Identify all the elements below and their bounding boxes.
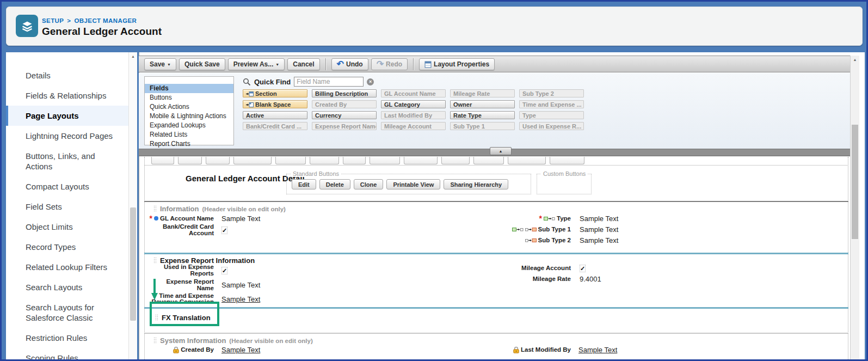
field-row-gl-account-name[interactable]: * GL Account Name Sample Text [147, 214, 260, 223]
palette-chip-sub-type-1[interactable]: Sub Type 1 [450, 122, 515, 130]
partial-button[interactable] [473, 157, 504, 164]
sidebar-item-restriction-rules[interactable]: Restriction Rules [6, 328, 128, 348]
sidebar-item-object-limits[interactable]: Object Limits [6, 217, 128, 237]
annotation-arrow-icon [151, 279, 158, 301]
splitter-collapse-button[interactable]: ▲ [490, 147, 512, 155]
scroll-up-icon[interactable]: ▲ [851, 56, 859, 64]
palette-chip-bank-credit-card[interactable]: Bank/Credit Card ... [243, 122, 307, 130]
palette-chip-gl-account-name[interactable]: GL Account Name [381, 89, 446, 97]
field-row-last-modified-by[interactable]: Last Modified By Sample Text [507, 345, 617, 354]
palette-chip-gl-category[interactable]: GL Category [381, 100, 446, 108]
preview-as-button[interactable]: Preview As... ▼ [228, 58, 285, 70]
delete-button[interactable]: Delete [319, 179, 350, 189]
palette-chip-owner[interactable]: Owner [450, 100, 515, 108]
field-row-used-in-expense-reports[interactable]: Used in Expense Reports ✓ [147, 264, 260, 277]
partial-button[interactable] [343, 157, 366, 164]
palette-chip-section[interactable]: Section [243, 89, 307, 97]
palette-category-quick-actions[interactable]: Quick Actions [145, 102, 233, 112]
breadcrumb-object-manager-link[interactable]: OBJECT MANAGER [74, 17, 137, 24]
palette-chip-active[interactable]: Active [243, 111, 307, 119]
partial-button[interactable] [233, 157, 272, 164]
field-row-created-by[interactable]: Created By Sample Text [147, 345, 260, 354]
chip-label: Time and Expense ... [522, 101, 582, 108]
quick-save-button[interactable]: Quick Save [179, 58, 225, 70]
edit-button[interactable]: Edit [292, 179, 316, 189]
sidebar-item-compact-layouts[interactable]: Compact Layouts [6, 176, 128, 197]
sidebar-item-lightning-record-pages[interactable]: Lightning Record Pages [6, 126, 128, 146]
field-row-sub-type-1[interactable]: Sub Type 1 Sample Text [507, 225, 618, 234]
main-scrollbar[interactable]: ▲ [850, 56, 859, 359]
breadcrumb-setup-link[interactable]: SETUP [42, 17, 64, 24]
sidebar-item-details[interactable]: Details [6, 65, 128, 85]
quick-find-input[interactable] [294, 77, 364, 87]
information-right-column: * Type Sample Text [507, 214, 618, 247]
partial-button[interactable] [151, 157, 174, 164]
palette-chip-mileage-account[interactable]: Mileage Account [381, 122, 446, 130]
sidebar-item-buttons-links-actions[interactable]: Buttons, Links, and Actions [6, 146, 128, 176]
partial-button[interactable] [508, 157, 546, 164]
partial-button[interactable] [441, 157, 470, 164]
partial-button[interactable] [275, 157, 306, 164]
checkbox-sample: ✓ [221, 227, 227, 234]
dependent-picklist-icon [525, 238, 537, 243]
palette-category-report-charts[interactable]: Report Charts [145, 139, 233, 149]
field-row-type[interactable]: * Type Sample Text [507, 214, 618, 223]
save-button[interactable]: Save ▼ [144, 58, 176, 70]
undo-button[interactable]: ↶ Undo [331, 58, 368, 70]
printable-view-button[interactable]: Printable View [386, 179, 440, 189]
partial-button[interactable] [310, 157, 339, 164]
palette-chip-rate-type[interactable]: Rate Type [450, 111, 515, 119]
information-section-header[interactable]: Information (Header visible on edit only… [153, 205, 286, 213]
palette-chip-currency[interactable]: Currency [312, 111, 377, 119]
system-section-header[interactable]: System Information (Header visible on ed… [153, 336, 313, 345]
palette-chip-last-modified-by[interactable]: Last Modified By [381, 111, 446, 119]
partial-button[interactable] [206, 157, 230, 164]
field-row-expense-report-name[interactable]: Expense Report Name Sample Text [147, 278, 260, 291]
partial-button[interactable] [178, 157, 202, 164]
sharing-hierarchy-button[interactable]: Sharing Hierarchy [444, 179, 508, 189]
sidebar-scrollbar[interactable]: ▲ [128, 52, 137, 359]
field-row-sub-type-2[interactable]: Sub Type 2 Sample Text [507, 236, 618, 244]
cancel-button[interactable]: Cancel [287, 58, 319, 70]
palette-chip-created-by[interactable]: Created By [312, 100, 377, 108]
clear-icon[interactable]: × [367, 78, 374, 85]
field-row-mileage-account[interactable]: Mileage Account ✓ [507, 264, 601, 272]
sidebar-item-field-sets[interactable]: Field Sets [6, 197, 128, 217]
object-manager-icon [16, 15, 38, 37]
palette-chip-expense-report-name[interactable]: Expense Report Name [312, 122, 377, 130]
palette-chip-sub-type-2[interactable]: Sub Type 2 [519, 89, 584, 97]
palette-category-expanded-lookups[interactable]: Expanded Lookups [145, 121, 233, 130]
sidebar-item-record-types[interactable]: Record Types [6, 237, 128, 257]
clone-button[interactable]: Clone [354, 179, 384, 189]
sidebar-item-search-layouts-classic[interactable]: Search Layouts for Salesforce Classic [6, 297, 128, 328]
palette-chip-type[interactable]: Type [519, 111, 584, 119]
palette-chip-blank-space[interactable]: Blank Space [243, 100, 307, 108]
palette-chip-time-and-expense[interactable]: Time and Expense ... [519, 100, 584, 108]
partial-button[interactable] [404, 157, 438, 164]
palette-chip-used-in-expense[interactable]: Used in Expense R... [519, 122, 584, 130]
palette-category-related-lists[interactable]: Related Lists [145, 130, 233, 139]
redo-button[interactable]: ↷ Redo [371, 58, 408, 70]
sidebar-item-search-layouts[interactable]: Search Layouts [6, 277, 128, 297]
layout-properties-button[interactable]: Layout Properties [419, 58, 495, 70]
information-left-column: * GL Account Name Sample Text Bank/Credi… [147, 214, 260, 237]
field-row-mileage-rate[interactable]: Mileage Rate 9.4001 [507, 274, 601, 283]
palette-category-fields[interactable]: Fields [145, 84, 233, 93]
page-title: General Ledger Account [42, 26, 162, 38]
palette-column: GL Account Name GL Category Last Modifie… [381, 89, 446, 133]
sidebar-item-related-lookup-filters[interactable]: Related Lookup Filters [6, 257, 128, 277]
partial-button[interactable] [370, 157, 400, 164]
palette-category-mobile-lightning[interactable]: Mobile & Lightning Actions [145, 112, 233, 121]
palette-chip-mileage-rate[interactable]: Mileage Rate [450, 89, 515, 97]
sidebar-item-page-layouts[interactable]: Page Layouts [6, 106, 128, 126]
scroll-up-icon[interactable]: ▲ [129, 52, 137, 61]
palette-chip-billing-description[interactable]: Billing Description [312, 89, 377, 97]
palette-category-buttons[interactable]: Buttons [145, 93, 233, 102]
main-scrollbar-thumb[interactable] [852, 125, 858, 239]
sidebar-item-fields-relationships[interactable]: Fields & Relationships [6, 85, 128, 106]
sidebar-scrollbar-thumb[interactable] [130, 207, 136, 321]
partial-button[interactable] [550, 157, 584, 164]
field-row-bank-credit-card-account[interactable]: Bank/Credit Card Account ✓ [147, 223, 260, 236]
quick-find-label: Quick Find [254, 78, 291, 86]
sidebar-item-scoping-rules[interactable]: Scoping Rules [6, 348, 128, 361]
